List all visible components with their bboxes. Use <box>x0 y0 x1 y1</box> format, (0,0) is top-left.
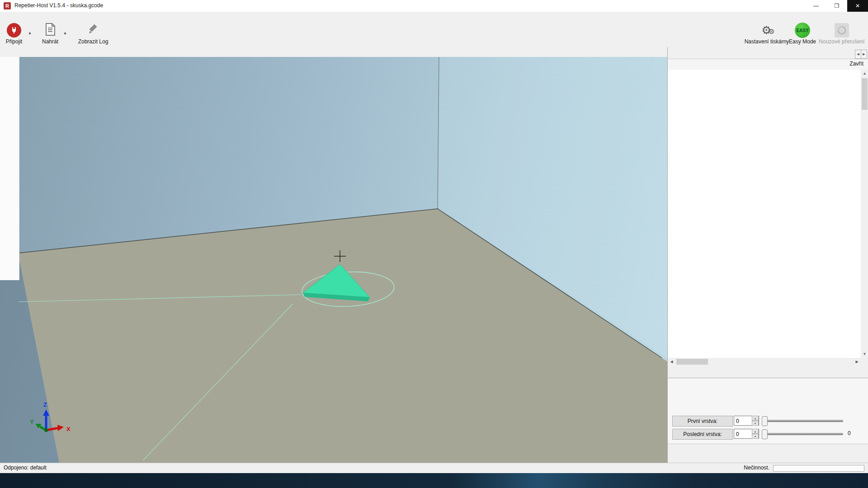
printer-settings-button[interactable]: ⚙⚙ Nastavení tiskárny <box>740 23 793 46</box>
first-layer-stepper[interactable]: ▲▼ <box>752 416 759 426</box>
last-layer-slider[interactable] <box>763 433 843 435</box>
pencil-icon <box>87 23 99 37</box>
upload-button[interactable]: Nahrát <box>38 23 62 46</box>
view-tab-bar <box>0 47 667 57</box>
document-icon <box>45 23 56 38</box>
title-bar: R Repetier-Host V1.5.4 - skuska.gcode — … <box>0 0 868 12</box>
emergency-stop-button[interactable]: Nouzové přerušení <box>816 23 867 46</box>
editor-status-line <box>668 444 868 455</box>
app-icon: R <box>4 2 11 9</box>
axis-y-label: Y <box>30 418 34 425</box>
last-layer-row: Poslední vrstva: 0 ▲▼ 0 <box>668 429 868 440</box>
right-panel: ◀ ▶ Zavřít ▲ ▼ ◀ ▶ První vrstva: 0 ▲▼ Po… <box>667 47 868 463</box>
vertical-scrollbar[interactable]: ▲ ▼ <box>861 70 868 358</box>
system-tray <box>863 473 868 488</box>
tab-scroll-right[interactable]: ▶ <box>861 50 867 59</box>
minimize-button[interactable]: — <box>806 0 826 12</box>
last-layer-stepper[interactable]: ▲▼ <box>752 429 759 439</box>
viewport-3d[interactable]: Z X Y <box>0 57 667 463</box>
main-toolbar: Připojit ▼ Nahrát ▼ Zobrazit Log ⚙⚙ Nast… <box>0 22 868 47</box>
printbed-scene: Z X Y <box>0 57 667 463</box>
scroll-up-arrow[interactable]: ▲ <box>861 70 868 77</box>
axis-z-label: Z <box>43 401 47 408</box>
scroll-down-arrow[interactable]: ▼ <box>861 350 868 358</box>
scroll-right-arrow[interactable]: ▶ <box>853 358 861 366</box>
upload-dropdown[interactable]: ▼ <box>63 32 67 36</box>
axis-x-label: X <box>66 426 71 432</box>
last-layer-label[interactable]: Poslední vrstva: <box>672 429 733 440</box>
app-status-bar: Odpojeno: default Nečinnost. <box>0 463 868 473</box>
first-layer-slider[interactable] <box>763 420 843 422</box>
editor-close-button[interactable]: Zavřít <box>849 61 863 67</box>
gcode-editor[interactable] <box>668 70 861 358</box>
menu-bar <box>0 12 868 22</box>
connect-button[interactable]: Připojit <box>1 23 27 46</box>
progress-bar <box>773 465 864 472</box>
vscroll-thumb[interactable] <box>862 78 868 110</box>
show-log-button[interactable]: Zobrazit Log <box>72 23 114 46</box>
connect-dropdown[interactable]: ▼ <box>28 32 32 36</box>
easy-badge-icon: EASY <box>795 23 810 38</box>
close-button[interactable]: ✕ <box>847 0 868 12</box>
activity-status: Nečinnost. <box>744 465 769 471</box>
emergency-stop-icon <box>835 23 849 38</box>
easy-mode-button[interactable]: EASY Easy Mode <box>788 23 816 46</box>
gears-icon: ⚙⚙ <box>762 24 772 37</box>
right-tab-bar <box>668 47 857 59</box>
tab-scroll-left[interactable]: ◀ <box>855 50 861 59</box>
scroll-left-arrow[interactable]: ◀ <box>668 358 675 366</box>
editor-toolbar <box>668 59 868 70</box>
first-layer-label[interactable]: První vrstva: <box>672 416 733 427</box>
view-tool-strip <box>0 57 19 280</box>
taskbar <box>0 473 868 488</box>
window-title: Repetier-Host V1.5.4 - skuska.gcode <box>14 2 103 9</box>
connection-status: Odpojeno: default <box>4 465 47 471</box>
first-layer-row: První vrstva: 0 ▲▼ <box>668 416 868 427</box>
horizontal-scrollbar[interactable]: ◀ ▶ <box>668 358 861 366</box>
last-layer-value: 0 <box>848 430 851 436</box>
plug-icon <box>7 23 21 38</box>
hscroll-thumb[interactable] <box>676 359 708 365</box>
maximize-button[interactable]: ❐ <box>826 0 847 12</box>
